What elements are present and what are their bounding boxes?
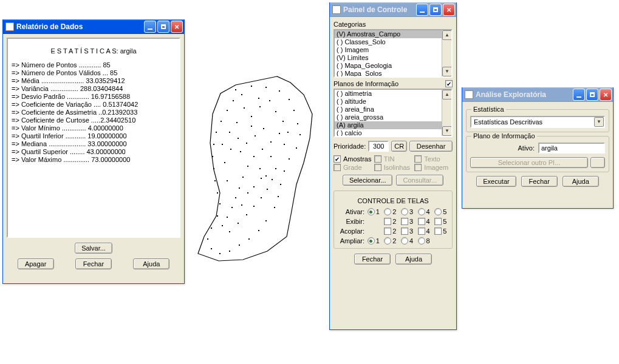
help-button[interactable]: Ajuda: [133, 258, 169, 269]
scroll-down-icon[interactable]: ▼: [442, 126, 452, 136]
svg-rect-60: [270, 156, 272, 157]
checkbox[interactable]: [401, 228, 408, 235]
svg-rect-22: [211, 228, 212, 229]
cr-button[interactable]: CR: [391, 141, 407, 152]
svg-rect-49: [231, 207, 233, 208]
analysis-window: Análise Exploratória Estatística Estatís…: [462, 87, 614, 209]
svg-rect-56: [261, 197, 262, 198]
svg-rect-30: [216, 132, 217, 133]
categories-list[interactable]: (V) Amostras_Campo( ) Classes_Solo( ) Im…: [333, 29, 453, 78]
stat-combo[interactable]: Estatísticas Descritivas ▼: [470, 116, 605, 128]
minimize-button[interactable]: [416, 4, 428, 16]
scrollbar[interactable]: ▲ ▼: [442, 90, 451, 136]
radio[interactable]: [368, 208, 375, 215]
svg-rect-42: [270, 141, 272, 143]
scroll-up-icon[interactable]: ▲: [442, 30, 452, 40]
close-button[interactable]: Fechar: [75, 258, 112, 269]
stats-header: E S T A T Í S T I C A S: argila: [12, 42, 176, 61]
analysis-titlebar[interactable]: Análise Exploratória: [462, 87, 613, 102]
list-item[interactable]: (V) Amostras_Campo: [335, 30, 442, 38]
app-icon: [465, 90, 473, 99]
help-button[interactable]: Ajuda: [395, 254, 432, 265]
svg-rect-23: [217, 215, 218, 217]
checkbox[interactable]: [418, 228, 425, 235]
svg-rect-50: [227, 217, 228, 218]
maximize-button[interactable]: [586, 89, 598, 101]
svg-rect-9: [289, 158, 290, 160]
maximize-button[interactable]: [429, 4, 442, 16]
svg-rect-62: [255, 135, 256, 136]
svg-rect-59: [275, 168, 276, 169]
checkbox[interactable]: [434, 218, 442, 225]
list-item[interactable]: ( ) areia_fina: [335, 106, 442, 113]
list-item[interactable]: ( ) altitude: [335, 98, 442, 106]
select-button[interactable]: Selecionar...: [343, 175, 393, 186]
radio[interactable]: [401, 237, 408, 244]
checkbox[interactable]: [384, 218, 391, 225]
texto-checkbox: Texto: [414, 155, 453, 163]
list-item[interactable]: ( ) calcio: [335, 129, 442, 137]
draw-button[interactable]: Desenhar: [409, 141, 453, 152]
close-button[interactable]: Fechar: [521, 176, 558, 187]
list-item[interactable]: ( ) altimetria: [335, 90, 442, 98]
map-view[interactable]: [193, 72, 321, 269]
stat-line: => Valor Máximo .............. 73.000000…: [12, 156, 176, 164]
list-item[interactable]: ( ) areia_grossa: [335, 113, 442, 121]
maximize-button[interactable]: [157, 21, 169, 33]
report-titlebar[interactable]: Relatório de Dados: [3, 19, 184, 34]
list-item[interactable]: ( ) Mapa_Solos: [335, 70, 442, 78]
checkbox[interactable]: [401, 218, 408, 225]
svg-rect-79: [236, 122, 238, 123]
amostras-checkbox[interactable]: ✔Amostras: [333, 155, 372, 163]
app-icon: [5, 22, 14, 31]
isolinhas-checkbox: Isolinhas: [374, 164, 412, 171]
close-button[interactable]: Fechar: [354, 254, 391, 265]
checkbox[interactable]: [434, 228, 442, 235]
close-button[interactable]: [443, 4, 455, 16]
radio[interactable]: [384, 237, 391, 244]
list-item[interactable]: (A) argila: [335, 121, 442, 129]
plano-group: Plano de Informação Ativo: argila Seleci…: [466, 136, 609, 172]
svg-rect-19: [219, 253, 221, 254]
checkbox[interactable]: [418, 218, 425, 225]
stat-line: => Coeficiente de Assimetria ..0.2139203…: [12, 109, 176, 116]
radio[interactable]: [368, 237, 375, 244]
chevron-down-icon[interactable]: ▼: [594, 117, 604, 127]
execute-button[interactable]: Executar: [476, 176, 516, 187]
list-item[interactable]: ( ) Mapa_Geologia: [335, 62, 442, 70]
screens-group: CONTROLE DE TELAS Ativar:12345Exibir:234…: [333, 190, 453, 249]
radio[interactable]: [418, 208, 425, 215]
svg-rect-75: [238, 138, 239, 139]
minimize-button[interactable]: [144, 21, 156, 33]
list-item[interactable]: ( ) Classes_Solo: [335, 38, 442, 46]
radio[interactable]: [384, 208, 391, 215]
close-button[interactable]: [171, 21, 183, 33]
radio[interactable]: [418, 237, 425, 244]
minimize-button[interactable]: [573, 89, 585, 101]
svg-rect-81: [265, 175, 267, 177]
priority-input[interactable]: 300: [368, 141, 389, 152]
radio[interactable]: [401, 208, 408, 215]
radio[interactable]: [434, 208, 442, 215]
plano-toggle-checkbox[interactable]: ✔: [445, 80, 453, 87]
svg-rect-0: [235, 89, 236, 90]
report-textarea[interactable]: E S T A T Í S T I C A S: argila => Númer…: [7, 38, 180, 238]
scrollbar[interactable]: ▲ ▼: [442, 30, 451, 76]
svg-rect-72: [261, 178, 262, 179]
list-item[interactable]: ( ) Imagem: [335, 46, 442, 54]
checkbox[interactable]: [384, 228, 391, 235]
svg-rect-12: [278, 196, 279, 197]
scroll-down-icon[interactable]: ▼: [442, 67, 452, 76]
save-button[interactable]: Salvar...: [75, 243, 112, 254]
close-button[interactable]: [600, 89, 612, 101]
scroll-up-icon[interactable]: ▲: [442, 90, 452, 99]
planos-list[interactable]: ( ) altimetria( ) altitude( ) areia_fina…: [333, 89, 453, 137]
delete-button[interactable]: Apagar: [18, 258, 54, 269]
svg-rect-36: [251, 116, 252, 117]
svg-rect-5: [293, 110, 295, 111]
list-item[interactable]: (V) Limites: [335, 54, 442, 62]
control-titlebar[interactable]: Painel de Controle: [330, 2, 456, 17]
help-button[interactable]: Ajuda: [563, 176, 599, 187]
svg-rect-18: [229, 251, 230, 252]
ativo-label: Ativo:: [518, 144, 535, 152]
